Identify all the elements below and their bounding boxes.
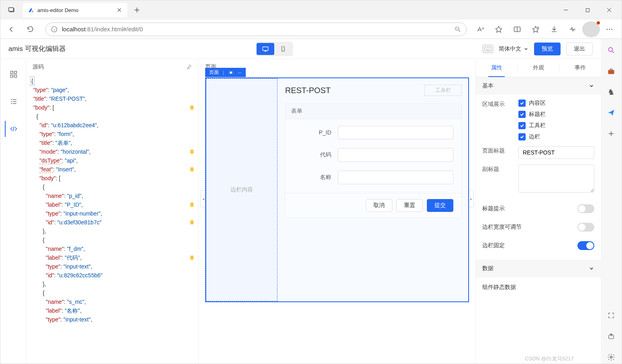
fullscreen-icon[interactable] [605, 309, 618, 322]
submit-button[interactable]: 提交 [427, 199, 453, 212]
svg-rect-9 [263, 47, 268, 50]
form-card[interactable]: 表单 P_ID 代码 [285, 103, 462, 218]
split-screen-icon[interactable] [508, 21, 526, 37]
reset-button[interactable]: 重置 [396, 199, 423, 212]
input-name[interactable] [338, 171, 453, 184]
form-row[interactable]: P_ID [294, 126, 453, 139]
tab-close-icon[interactable] [116, 7, 122, 13]
checkbox-titlebar[interactable]: 标题栏 [518, 111, 594, 118]
window-menu-icon[interactable] [4, 2, 20, 18]
section-basic-toggle[interactable]: 基本 [476, 77, 601, 95]
form-row[interactable]: 名称 [294, 171, 453, 184]
svg-point-7 [609, 28, 610, 30]
chess-icon[interactable]: ♞ [605, 85, 618, 98]
tab-attributes[interactable]: 属性 [476, 59, 517, 77]
cancel-button[interactable]: 取消 [366, 199, 392, 212]
language-select[interactable]: 简体中文 [499, 45, 528, 53]
page-title-input[interactable] [518, 146, 594, 159]
window-controls [557, 4, 618, 16]
url-box[interactable]: localhost:81/index.html#/edit/0 [45, 22, 467, 36]
profile-avatar[interactable] [582, 21, 600, 37]
favorite-icon[interactable] [490, 21, 508, 37]
add-icon[interactable] [605, 127, 618, 140]
subtitle-textarea[interactable] [518, 165, 594, 193]
input-p-id[interactable] [338, 126, 453, 139]
svg-rect-13 [14, 71, 16, 74]
rail-code-icon[interactable] [5, 121, 21, 137]
aside-fixed-switch[interactable] [577, 241, 594, 250]
form-row[interactable]: 代码 [294, 148, 453, 162]
rail-outline-icon[interactable] [5, 94, 21, 110]
svg-point-19 [610, 356, 612, 358]
device-desktop-button[interactable] [257, 43, 274, 55]
svg-point-16 [230, 71, 232, 74]
tab-event[interactable]: 事件 [559, 59, 601, 77]
aside-resizable-switch[interactable] [577, 223, 594, 232]
edge-sidebar: ♞ [601, 39, 622, 364]
checkbox-toolbar[interactable]: 工具栏 [518, 122, 594, 129]
reload-button[interactable] [22, 21, 38, 37]
tab-appearance[interactable]: 外观 [518, 59, 559, 77]
chevron-down-icon [589, 83, 594, 89]
preview-button[interactable]: 预览 [534, 43, 561, 55]
toolbox-icon[interactable] [605, 65, 618, 77]
code-panel-title: 源码 [33, 63, 44, 71]
read-aloud-icon[interactable] [471, 21, 489, 37]
watermark: CSDN @白龙马5217 [525, 355, 574, 362]
address-bar: localhost:81/index.html#/edit/0 [0, 20, 622, 39]
main-region[interactable]: REST-POST 工具栏 表单 P_ID [279, 78, 468, 301]
tab-title: amis-editor Demo [37, 7, 113, 13]
share-icon[interactable] [605, 330, 618, 343]
send-icon[interactable] [605, 106, 618, 119]
code-panel: 源码 { "type": "page", "title": "REST-POST… [26, 59, 199, 364]
svg-rect-11 [485, 47, 491, 51]
device-mobile-button[interactable] [274, 43, 292, 55]
more-icon[interactable]: ··· [238, 70, 242, 75]
downloads-icon[interactable] [545, 21, 563, 37]
back-button[interactable] [4, 21, 20, 37]
keyboard-icon[interactable] [483, 45, 493, 53]
static-data-label: 组件静态数据 [482, 284, 516, 291]
browser-tab[interactable]: amis-editor Demo [23, 3, 127, 17]
rail-components-icon[interactable] [5, 66, 21, 82]
new-tab-button[interactable] [131, 4, 143, 16]
subtitle-label: 副标题 [482, 165, 518, 173]
page-heading: REST-POST [285, 86, 330, 95]
app-header: amis 可视化编辑器 简体中文 预览 退出 [0, 39, 601, 59]
collapse-right-handle[interactable]: ▸ [468, 190, 474, 207]
input-code[interactable] [338, 148, 453, 162]
form-label: P_ID [294, 129, 338, 136]
app-title: amis 可视化编辑器 [8, 44, 66, 53]
page-tag[interactable]: 页面| ··· [205, 68, 246, 77]
section-data-toggle[interactable]: 数据 [476, 260, 601, 277]
toolbar-placeholder[interactable]: 工具栏 [424, 85, 462, 96]
gear-icon[interactable] [605, 351, 618, 364]
collections-icon[interactable] [527, 21, 545, 37]
aside-region[interactable]: 边栏内容 [206, 78, 277, 301]
right-panel: 属性 外观 事件 基本 区域展示 [475, 59, 601, 364]
maximize-button[interactable] [578, 4, 597, 16]
svg-rect-14 [10, 75, 13, 77]
search-icon[interactable] [605, 44, 618, 57]
bug-icon[interactable] [228, 70, 234, 75]
site-info-icon[interactable] [51, 26, 58, 33]
browser-tabbar: amis-editor Demo [0, 0, 622, 20]
page-selection[interactable]: 页面| ··· 边栏| 边栏内容 REST-POS [205, 77, 469, 302]
exit-button[interactable]: 退出 [566, 43, 593, 55]
aside-fixed-label: 边栏固定 [482, 242, 505, 249]
device-segment [255, 42, 293, 56]
zoom-out-icon[interactable] [454, 26, 461, 33]
minimize-button[interactable] [557, 4, 575, 16]
canvas: 页面 ◂ ▸ 页面| ··· 边栏| [199, 59, 475, 364]
title-hint-switch[interactable] [577, 204, 594, 213]
close-window-button[interactable] [600, 4, 618, 16]
checkbox-content[interactable]: 内容区 [518, 100, 594, 107]
pin-icon[interactable] [186, 64, 192, 70]
checkbox-aside[interactable]: 边栏 [518, 133, 594, 140]
svg-point-8 [612, 28, 613, 30]
form-label: 名称 [294, 174, 338, 181]
code-editor[interactable]: { "type": "page", "title": "REST-POST", … [26, 75, 198, 364]
svg-rect-12 [10, 71, 13, 74]
browser-menu-icon[interactable] [601, 21, 618, 37]
performance-icon[interactable] [564, 21, 581, 37]
